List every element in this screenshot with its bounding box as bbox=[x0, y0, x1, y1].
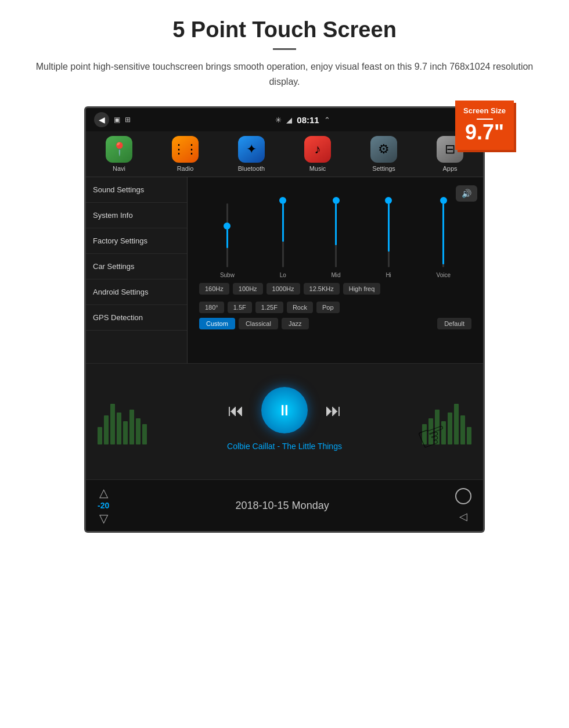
player-controls: ⏮ ⏸ ⏭ bbox=[228, 387, 341, 433]
freq-btn-160hz[interactable]: 160Hz bbox=[199, 283, 229, 295]
back-button[interactable]: ◀ bbox=[94, 112, 109, 127]
screen-size-badge: Screen Size 9.7" bbox=[455, 101, 514, 150]
device-wrapper: Screen Size 9.7" ◀ ▣ ⊞ ✳ ◢ 08:11 ⌃ 📍 bbox=[84, 106, 485, 533]
spec-bar bbox=[460, 415, 465, 444]
spec-bar bbox=[98, 427, 102, 444]
eq-slider-lo[interactable]: Lo bbox=[280, 203, 286, 278]
preset-btn-default[interactable]: Default bbox=[437, 318, 471, 329]
datetime-display: 2018-10-15 Monday bbox=[115, 500, 449, 512]
status-center: ✳ ◢ 08:11 ⌃ bbox=[131, 115, 475, 125]
temperature-display: -20 bbox=[98, 501, 109, 510]
sidebar-item-system-info[interactable]: System Info bbox=[86, 203, 187, 228]
freq-btn-15f[interactable]: 1.5F bbox=[228, 302, 252, 313]
freq-btn-pop[interactable]: Pop bbox=[316, 302, 340, 313]
spec-bar bbox=[117, 413, 121, 444]
spec-bar bbox=[110, 404, 115, 444]
nav-bar: 📍 Navi ⋮⋮ Radio ✦ Bluetooth ♪ Music ⚙ Se… bbox=[86, 131, 483, 177]
settings-label: Settings bbox=[372, 165, 395, 172]
sidebar-item-gps-detection[interactable]: GPS Detection bbox=[86, 305, 187, 331]
spec-bar bbox=[142, 424, 147, 444]
prev-button[interactable]: ⏮ bbox=[228, 401, 244, 420]
preset-row: Custom Classical Jazz Default bbox=[193, 315, 477, 332]
freq-btn-100hz[interactable]: 100Hz bbox=[233, 283, 263, 295]
main-content: Sound Settings System Info Factory Setti… bbox=[86, 177, 483, 363]
page-header: 5 Point Touch Screen Multiple point high… bbox=[0, 0, 569, 101]
eq-label-hi: Hi bbox=[386, 272, 391, 278]
badge-title: Screen Size bbox=[463, 106, 506, 116]
eq-slider-hi[interactable]: Hi bbox=[386, 203, 391, 278]
expand-icon: ⌃ bbox=[324, 116, 330, 124]
freq-btn-125khz[interactable]: 12.5KHz bbox=[304, 283, 340, 295]
bluetooth-icon: ✦ bbox=[238, 136, 265, 163]
eq-label-mid: Mid bbox=[332, 272, 341, 278]
status-icon-1: ▣ bbox=[114, 116, 120, 124]
status-icon-2: ⊞ bbox=[125, 116, 131, 124]
preset-btn-custom[interactable]: Custom bbox=[199, 318, 235, 329]
freq-btn-highfreq[interactable]: High freq bbox=[343, 283, 381, 295]
spec-bar bbox=[136, 418, 141, 444]
eq-slider-mid[interactable]: Mid bbox=[332, 203, 341, 278]
status-left: ◀ ▣ ⊞ bbox=[94, 112, 131, 127]
down-arrow-icon[interactable]: ▽ bbox=[99, 511, 108, 525]
apps-label: Apps bbox=[442, 165, 457, 172]
spec-bar bbox=[422, 424, 427, 444]
preset-btn-jazz[interactable]: Jazz bbox=[282, 318, 309, 329]
sidebar-item-factory-settings[interactable]: Factory Settings bbox=[86, 228, 187, 254]
nav-item-settings[interactable]: ⚙ Settings bbox=[351, 131, 417, 177]
sidebar-item-car-settings[interactable]: Car Settings bbox=[86, 254, 187, 279]
spec-bar bbox=[129, 410, 134, 444]
nav-item-radio[interactable]: ⋮⋮ Radio bbox=[152, 131, 218, 177]
back-triangle-icon[interactable]: ◁ bbox=[459, 510, 467, 523]
badge-line bbox=[477, 119, 493, 120]
eq-slider-subw[interactable]: Subw bbox=[220, 203, 235, 278]
freq-row-1: 160Hz 100Hz 1000Hz 12.5KHz High freq bbox=[193, 278, 477, 297]
freq-btn-125f[interactable]: 1.25F bbox=[255, 302, 283, 313]
device-screen: ◀ ▣ ⊞ ✳ ◢ 08:11 ⌃ 📍 Navi ⋮⋮ Radio bbox=[84, 106, 485, 533]
signal-icon: ◢ bbox=[286, 116, 292, 124]
screen-size-badge-wrapper: Screen Size 9.7" bbox=[455, 101, 514, 150]
up-arrow-icon[interactable]: △ bbox=[99, 486, 108, 500]
bluetooth-label: Bluetooth bbox=[238, 165, 265, 172]
sidebar-item-android-settings[interactable]: Android Settings bbox=[86, 279, 187, 305]
spectrum-right bbox=[422, 404, 471, 444]
freq-btn-180[interactable]: 180° bbox=[199, 302, 224, 313]
settings-icon: ⚙ bbox=[370, 136, 397, 163]
spec-bar bbox=[454, 404, 459, 444]
music-label: Music bbox=[309, 165, 326, 172]
bluetooth-icon: ✳ bbox=[275, 116, 282, 124]
preset-btn-classical[interactable]: Classical bbox=[239, 318, 278, 329]
page-title: 5 Point Touch Screen bbox=[35, 17, 534, 42]
spectrum-left bbox=[98, 404, 147, 444]
status-time: 08:11 bbox=[297, 115, 319, 125]
navi-label: Navi bbox=[113, 165, 125, 172]
freq-row-2: 180° 1.5F 1.25F Rock Pop bbox=[193, 297, 477, 315]
spec-bar bbox=[123, 421, 128, 444]
nav-item-music[interactable]: ♪ Music bbox=[284, 131, 351, 177]
next-button[interactable]: ⏭ bbox=[325, 401, 341, 420]
eq-controls: 🔊 Subw bbox=[193, 185, 477, 278]
nav-item-navi[interactable]: 📍 Navi bbox=[86, 131, 152, 177]
sidebar-item-sound-settings[interactable]: Sound Settings bbox=[86, 177, 187, 203]
page-description: Multiple point high-sensitive touchscree… bbox=[35, 59, 534, 89]
eq-label-voice: Voice bbox=[437, 272, 451, 278]
nav-item-bluetooth[interactable]: ✦ Bluetooth bbox=[218, 131, 284, 177]
spec-bar bbox=[428, 418, 433, 444]
pause-icon: ⏸ bbox=[277, 401, 292, 419]
volume-icon: 🔊 bbox=[456, 185, 477, 202]
music-player: ⏮ ⏸ ⏭ Colbie Caillat - The Little Things… bbox=[86, 363, 483, 479]
eq-label-lo: Lo bbox=[280, 272, 286, 278]
temperature-control: △ -20 ▽ bbox=[98, 486, 109, 525]
eq-label-subw: Subw bbox=[220, 272, 235, 278]
radio-icon: ⋮⋮ bbox=[172, 136, 199, 163]
spec-bar bbox=[435, 410, 440, 444]
song-title: Colbie Caillat - The Little Things bbox=[227, 442, 342, 451]
eq-slider-voice[interactable]: Voice bbox=[437, 203, 451, 278]
freq-btn-1000hz[interactable]: 1000Hz bbox=[267, 283, 300, 295]
badge-size: 9.7" bbox=[463, 122, 506, 143]
music-icon: ♪ bbox=[304, 136, 331, 163]
status-bar: ◀ ▣ ⊞ ✳ ◢ 08:11 ⌃ bbox=[86, 108, 483, 131]
play-pause-button[interactable]: ⏸ bbox=[261, 387, 308, 433]
freq-btn-rock[interactable]: Rock bbox=[287, 302, 313, 313]
spec-bar bbox=[467, 427, 471, 444]
home-button[interactable] bbox=[455, 488, 471, 504]
